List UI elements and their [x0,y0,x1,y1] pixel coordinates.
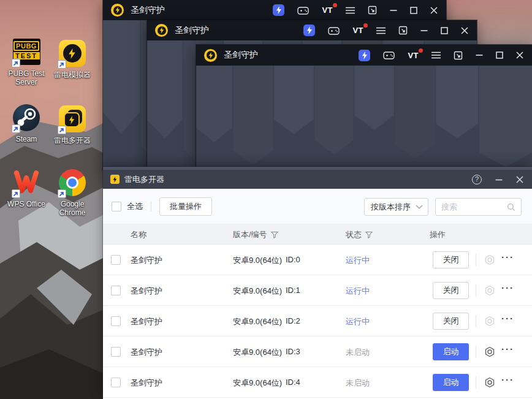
search-icon [507,203,515,211]
minimize-button[interactable] [420,27,428,34]
maximize-button[interactable] [496,51,503,59]
close-button[interactable] [516,176,523,183]
more-actions-button[interactable]: ··· [501,313,514,324]
titlebar[interactable]: 圣剑守护 VT [196,45,532,66]
instance-status: 运行中 [346,316,370,327]
instance-status: 运行中 [346,286,370,297]
close-button[interactable] [461,27,468,34]
toolbar-divider [151,202,151,211]
instance-id: ID:3 [286,347,300,356]
stop-button[interactable]: 关闭 [433,313,469,330]
snapshot-icon[interactable] [454,51,463,60]
minimize-button[interactable] [476,51,483,59]
header-status: 状态 [346,229,362,240]
filter-icon[interactable] [271,231,278,238]
ldplayer-logo-icon [155,24,168,37]
multiplayer-manager-window: 雷电多开器 ? 全选 批量操作 按版本排序 [103,167,532,399]
desktop-icon-ldmultiplayer[interactable]: 雷电多开器 [47,105,98,145]
desktop-icon-wps[interactable]: WPS Office [1,169,52,208]
instance-row: 圣剑守护 安卓9.0(64位) ID:1 运行中 关闭 ··· [103,275,532,306]
instance-id: ID:0 [286,255,300,264]
sort-dropdown[interactable]: 按版本排序 [364,198,428,216]
manager-titlebar[interactable]: 雷电多开器 ? [103,170,532,189]
select-all-checkbox[interactable] [112,202,121,211]
start-button[interactable]: 启动 [433,343,469,360]
start-button[interactable]: 启动 [433,374,469,391]
vt-notification-dot [333,3,337,7]
vt-badge[interactable]: VT [352,26,363,35]
snapshot-icon[interactable] [398,26,408,35]
header-name: 名称 [131,229,146,240]
minimize-button[interactable] [390,7,397,14]
desktop-icon-ldplayer[interactable]: 雷电模拟器 [47,40,98,79]
titlebar[interactable]: 圣剑守护 VT [103,0,446,20]
menu-icon[interactable] [376,27,386,34]
stop-button[interactable]: 关闭 [433,282,469,299]
shortcut-arrow-icon [58,60,66,69]
manager-window-title: 雷电多开器 [124,174,164,185]
filter-icon[interactable] [365,231,373,238]
desktop-icon-label: 雷电多开器 [47,136,98,145]
manager-toolbar: 全选 批量操作 按版本排序 [103,189,532,224]
batch-operation-button[interactable]: 批量操作 [159,197,212,216]
close-button[interactable] [516,51,523,59]
desktop-icon-label: Steam [1,135,52,143]
settings-gear-icon[interactable] [484,377,495,390]
row-checkbox[interactable] [111,255,121,265]
instance-version: 安卓9.0(64位) [233,347,282,358]
instance-row: 圣剑守护 安卓9.0(64位) ID:0 运行中 关闭 ··· [103,245,532,275]
row-checkbox[interactable] [111,347,121,357]
settings-gear-icon[interactable] [484,346,495,360]
boost-icon[interactable] [359,50,370,61]
desktop-icon-label: 雷电模拟器 [47,70,98,79]
search-box[interactable] [435,198,522,216]
gamepad-icon[interactable] [383,51,395,59]
instance-status: 未启动 [346,378,370,389]
instance-name: 圣剑守护 [131,286,162,297]
vt-badge[interactable]: VT [408,51,419,60]
minimize-button[interactable] [495,176,503,183]
chevron-down-icon [416,205,423,210]
snapshot-icon[interactable] [368,6,377,15]
instance-version: 安卓9.0(64位) [233,378,282,389]
settings-gear-icon[interactable] [484,254,495,268]
row-checkbox[interactable] [111,378,121,387]
instance-name: 圣剑守护 [131,378,162,389]
vt-badge[interactable]: VT [322,6,333,15]
instance-row: 圣剑守护 安卓9.0(64位) ID:3 未启动 启动 ··· [103,336,532,367]
help-button[interactable]: ? [472,175,482,184]
desktop-icon-label: PUBG Test Server [1,69,52,87]
desktop-icon-pubg[interactable]: PUBG TEST PUBG Test Server [1,39,52,87]
more-actions-button[interactable]: ··· [501,252,514,262]
stop-button[interactable]: 关闭 [433,251,469,268]
more-actions-button[interactable]: ··· [501,283,514,293]
header-action: 操作 [430,229,446,240]
boost-icon[interactable] [273,4,284,16]
instance-row: 圣剑守护 安卓9.0(64位) ID:2 运行中 关闭 ··· [103,306,532,336]
boost-icon[interactable] [303,25,315,36]
shortcut-arrow-icon [58,126,66,134]
maximize-button[interactable] [410,7,417,14]
gamepad-icon[interactable] [328,26,340,35]
row-divider [476,315,476,327]
instance-status: 运行中 [346,255,370,266]
maximize-button[interactable] [441,27,448,34]
row-checkbox[interactable] [111,316,121,326]
instance-name: 圣剑守护 [131,255,162,266]
search-input[interactable] [441,202,507,211]
menu-icon[interactable] [431,51,441,59]
gamepad-icon[interactable] [297,6,309,15]
menu-icon[interactable] [346,7,355,14]
instance-row: 圣剑守护 安卓9.0(64位) ID:4 未启动 启动 ··· [103,367,532,398]
more-actions-button[interactable]: ··· [501,374,514,385]
row-checkbox[interactable] [111,286,121,295]
titlebar[interactable]: 圣剑守护 VT [147,20,477,40]
more-actions-button[interactable]: ··· [501,344,514,354]
desktop-icon-chrome[interactable]: Google Chrome [47,169,98,218]
settings-gear-icon[interactable] [484,285,495,298]
select-all-label: 全选 [127,201,143,212]
settings-gear-icon[interactable] [484,316,495,329]
desktop-icon-steam[interactable]: Steam [1,104,52,143]
ldplayer-logo-icon [111,4,124,17]
close-button[interactable] [430,7,438,14]
